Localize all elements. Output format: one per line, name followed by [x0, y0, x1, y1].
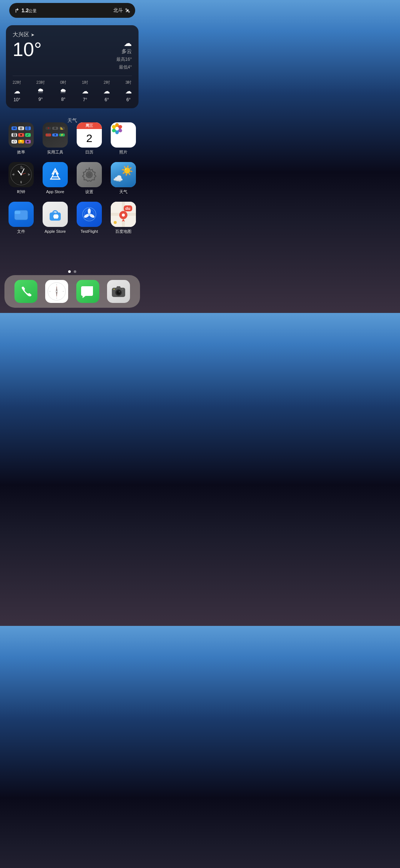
weather-hour-0: 0时 🌧 8°: [60, 80, 67, 102]
photos-petal-tl: [111, 123, 123, 134]
dock: [4, 275, 140, 308]
camera-svg: [111, 286, 126, 297]
folder-mini-music: 🎵: [46, 133, 51, 136]
weather-header: 大兴区 ➤ 10° ☁ 多云 最高16° 最低4°: [13, 31, 132, 70]
weather-hour-2: 2时 ☁ 6°: [103, 80, 110, 102]
app-calendar[interactable]: 周三 2 日历: [74, 122, 104, 155]
app-testflight[interactable]: TestFlight: [74, 202, 104, 234]
weather-location: 大兴区 ➤: [13, 31, 42, 38]
tools-label: 实用工具: [47, 150, 63, 155]
distance-value: 1.2: [21, 7, 29, 13]
svg-point-39: [122, 214, 125, 217]
svg-text:9: 9: [13, 173, 14, 176]
photos-flower-svg: [111, 123, 123, 134]
app-settings[interactable]: 设置: [74, 162, 104, 194]
dock-app-safari[interactable]: [45, 280, 68, 303]
weather-cloud-app-icon: ☁️: [113, 174, 123, 184]
baidu-icon: du: [111, 202, 136, 227]
folder-mini-grid: ⊞: [18, 126, 24, 130]
phone-icon: [14, 280, 37, 303]
weather-hourly: 22时 ☁ 10° 23时 🌨 9° 0时 🌧 8° 1时 ☁ 7° 2时 ☁ …: [13, 76, 132, 102]
hour-icon-3: ☁: [125, 87, 132, 95]
files-icon: [9, 202, 34, 227]
hour-icon-23: 🌨: [37, 87, 44, 95]
app-applestore[interactable]: Apple Store: [40, 202, 70, 234]
page-dot-2[interactable]: [74, 270, 76, 273]
safari-svg: [47, 282, 66, 301]
svg-point-6: [115, 127, 119, 131]
hour-label-23: 23时: [36, 80, 45, 85]
hour-icon-0: 🌧: [60, 87, 67, 95]
weather-app-icon: ☀️ ☁️: [111, 162, 136, 187]
svg-point-53: [119, 291, 120, 293]
baidu-pin-svg: [119, 211, 128, 222]
efficiency-icon: ✉ ⊞ ☰ 🖼 ♥ ✓ 🏷 💡 ★: [9, 122, 34, 148]
messages-icon: [76, 280, 99, 303]
dock-app-phone[interactable]: [14, 280, 37, 303]
safari-icon: [45, 280, 68, 303]
calendar-date: 2: [86, 129, 93, 148]
svg-text:3: 3: [28, 173, 29, 176]
calendar-day-number: 2: [86, 133, 93, 144]
folder-mini-img: 🖼: [11, 133, 17, 137]
dock-app-messages[interactable]: [76, 280, 99, 303]
weather-hour-1: 1时 ☁ 7°: [82, 80, 89, 102]
hour-icon-2: ☁: [103, 87, 110, 95]
app-tools[interactable]: ✛ ⊞ 📐 🎵 ★ ⚡ 实用工具: [40, 122, 70, 155]
svg-point-52: [117, 291, 120, 294]
hour-label-2: 2时: [104, 80, 110, 85]
clock-icon: 12 3 6 9: [9, 162, 34, 187]
page-dot-1[interactable]: [68, 270, 71, 273]
hour-label-3: 3时: [125, 80, 131, 85]
folder-mini-star: ★: [25, 140, 31, 143]
folder-mini-list: ☰: [25, 126, 31, 130]
weather-widget[interactable]: 大兴区 ➤ 10° ☁ 多云 最高16° 最低4° 22时 ☁ 10° 23时 …: [6, 25, 139, 108]
folder-mini-mail: ✉: [11, 126, 17, 130]
svg-point-34: [88, 213, 90, 215]
nav-service-label: 北斗: [113, 7, 123, 14]
settings-icon: [77, 162, 102, 187]
tools-icon: ✛ ⊞ 📐 🎵 ★ ⚡: [43, 122, 68, 148]
photos-icon: [111, 122, 136, 148]
app-efficiency[interactable]: ✉ ⊞ ☰ 🖼 ♥ ✓ 🏷 💡 ★ 效率: [6, 122, 36, 155]
applestore-icon: [43, 202, 68, 227]
clock-svg: 12 3 6 9: [10, 164, 32, 186]
hour-icon-22: ☁: [14, 87, 20, 95]
dock-app-camera[interactable]: [107, 280, 130, 303]
app-photos[interactable]: 照片: [108, 122, 139, 155]
hour-label-22: 22时: [13, 80, 21, 85]
testflight-icon: [77, 202, 102, 227]
weather-high: 最高16°: [116, 56, 132, 63]
weather-app-label: 天气: [119, 189, 127, 194]
nav-turn-icon: ↱: [14, 7, 19, 14]
app-files[interactable]: 文件: [6, 202, 36, 234]
calendar-icon: 周三 2: [77, 122, 102, 148]
files-folder-svg: [14, 207, 29, 221]
app-weather[interactable]: ☀️ ☁️ 天气: [108, 162, 139, 194]
applestore-bag-svg: [48, 207, 62, 221]
efficiency-label: 效率: [17, 150, 25, 155]
baidu-bg: du: [111, 202, 136, 227]
hour-temp-1: 7°: [83, 97, 87, 102]
app-appstore[interactable]: App Store: [40, 162, 70, 194]
baidu-label: 百度地图: [115, 229, 131, 234]
appstore-label: App Store: [46, 189, 64, 194]
settings-label: 设置: [85, 189, 93, 194]
weather-condition: 多云: [116, 48, 132, 55]
photos-label: 照片: [119, 150, 127, 155]
testflight-label: TestFlight: [80, 229, 98, 234]
camera-icon: [107, 280, 130, 303]
weather-left: 大兴区 ➤ 10°: [13, 31, 42, 59]
weather-right: ☁ 多云 最高16° 最低4°: [116, 39, 132, 70]
app-baidu[interactable]: du 百度地图: [108, 202, 139, 234]
weather-hour-3: 3时 ☁ 6°: [125, 80, 132, 102]
app-clock[interactable]: 12 3 6 9 时钟: [6, 162, 36, 194]
calendar-weekday: 周三: [86, 123, 93, 128]
page-dots: [68, 270, 76, 273]
appstore-icon: [43, 162, 68, 187]
files-label: 文件: [17, 229, 25, 234]
folder-mini-ruler: 📐: [59, 127, 65, 130]
messages-svg: [81, 285, 94, 298]
location-arrow-icon: ➤: [31, 32, 34, 37]
hour-temp-23: 9°: [39, 97, 43, 102]
